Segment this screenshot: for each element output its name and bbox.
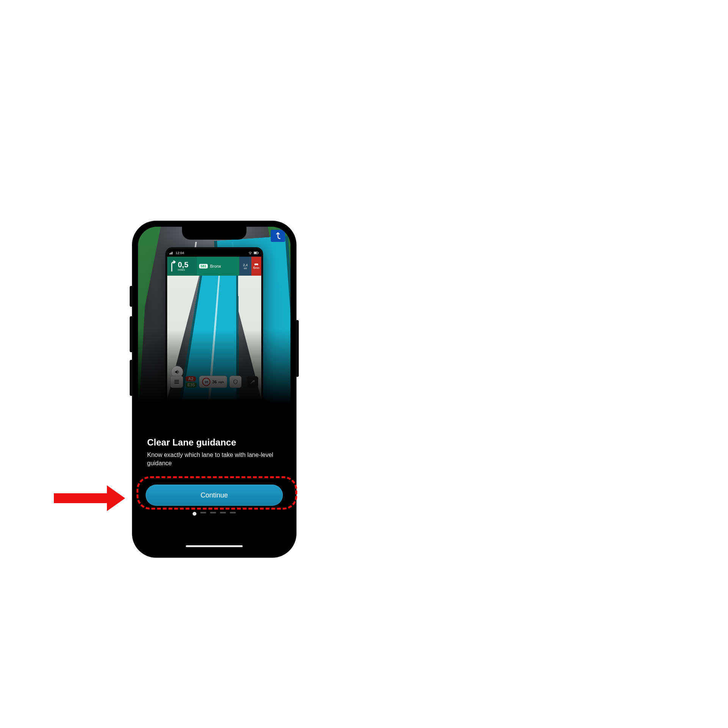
wifi-icon xyxy=(248,251,252,254)
nav-eta-value: 2,4 xyxy=(243,263,248,267)
onboarding-title: Clear Lane guidance xyxy=(147,437,281,448)
signal-icon xyxy=(169,251,173,254)
annotation-arrow-icon xyxy=(54,485,125,511)
nav-status-time: 12:04 xyxy=(176,251,184,255)
svg-rect-1 xyxy=(171,253,171,254)
nav-status-bar: 12:04 xyxy=(167,249,261,257)
onboarding-text-block: Clear Lane guidance Know exactly which l… xyxy=(147,437,281,467)
nav-distance-unit: miles xyxy=(178,268,188,271)
iphone-notch xyxy=(182,227,246,240)
svg-rect-0 xyxy=(169,253,170,254)
road-name: Bronx xyxy=(210,264,221,268)
phone-power-button xyxy=(296,320,299,377)
page-dot xyxy=(220,512,226,513)
iphone-frame: 12:04 xyxy=(133,221,296,557)
svg-rect-5 xyxy=(254,252,257,254)
nav-traffic-value: 6min xyxy=(253,266,259,270)
page-dot-active xyxy=(193,512,196,516)
page-indicator xyxy=(138,512,290,516)
phone-side-button xyxy=(130,286,133,307)
page-dot xyxy=(200,512,206,513)
nav-eta-panel: 2,4 mi xyxy=(239,257,251,276)
phone-screen: 12:04 xyxy=(138,227,290,552)
page-dot xyxy=(210,512,216,513)
iphone-home-indicator xyxy=(186,545,243,547)
svg-point-9 xyxy=(257,265,258,265)
phone-volume-down-button xyxy=(130,360,133,396)
turn-right-icon xyxy=(169,260,176,272)
phone-volume-up-button xyxy=(130,316,133,352)
nav-eta-unit: mi xyxy=(244,267,246,270)
svg-rect-6 xyxy=(258,253,259,253)
merge-right-icon xyxy=(271,230,285,242)
svg-point-3 xyxy=(250,254,251,254)
nav-traffic-panel: 6min xyxy=(251,257,261,276)
nav-road-panel: 581 Bronx xyxy=(197,257,239,276)
continue-button[interactable]: Continue xyxy=(146,485,283,506)
svg-point-8 xyxy=(255,265,256,265)
battery-icon xyxy=(254,251,259,254)
svg-rect-2 xyxy=(172,252,173,254)
continue-button-label: Continue xyxy=(201,491,228,499)
road-shield: 581 xyxy=(199,264,208,268)
onboarding-body: Know exactly which lane to take with lan… xyxy=(147,451,281,467)
nav-top-bar: 0,5 miles 581 Bronx 2,4 mi xyxy=(167,257,261,276)
page-dot xyxy=(230,512,236,513)
car-icon xyxy=(254,263,259,266)
nav-distance-value: 0,5 xyxy=(178,261,188,268)
nav-next-turn-panel: 0,5 miles xyxy=(167,257,197,276)
